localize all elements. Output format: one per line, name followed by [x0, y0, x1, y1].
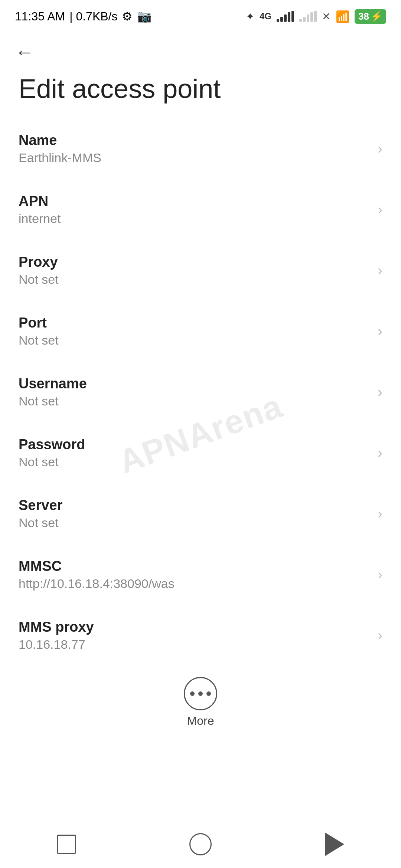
speed-display: | 0.7KB/s [69, 10, 117, 23]
signal-bars-1 [277, 11, 294, 22]
settings-item-mmsc[interactable]: MMSC http://10.16.18.4:38090/was › [0, 544, 401, 605]
status-right: ✦ 4G ✕ 📶 38 ⚡ [246, 9, 386, 24]
status-bar: 11:35 AM | 0.7KB/s ⚙ 📷 ✦ 4G ✕ 📶 38 ⚡ [0, 0, 401, 30]
nav-back-button[interactable] [325, 832, 344, 856]
chevron-icon-proxy: › [378, 263, 382, 279]
item-value-port: Not set [19, 333, 370, 348]
signal-bars-2 [299, 11, 317, 22]
nav-bar [0, 820, 401, 868]
status-left: 11:35 AM | 0.7KB/s ⚙ 📷 [15, 9, 152, 23]
item-label-apn: APN [19, 193, 370, 209]
more-circle-icon [184, 677, 217, 710]
dot-2 [198, 691, 203, 696]
item-value-name: Earthlink-MMS [19, 151, 370, 165]
nav-home-button[interactable] [189, 833, 212, 855]
item-label-password: Password [19, 437, 370, 453]
signal-4g-icon: 4G [260, 11, 271, 22]
chevron-icon-mms-proxy: › [378, 628, 382, 644]
battery-indicator: 38 ⚡ [355, 9, 386, 24]
chevron-icon-username: › [378, 384, 382, 400]
chevron-icon-mmsc: › [378, 567, 382, 583]
item-value-apn: internet [19, 211, 370, 226]
bluetooth-icon: ✦ [246, 10, 254, 23]
page-title: Edit access point [0, 67, 401, 118]
settings-item-mms-proxy[interactable]: MMS proxy 10.16.18.77 › [0, 605, 401, 666]
settings-list: Name Earthlink-MMS › APN internet › Prox… [0, 118, 401, 666]
more-section: More [0, 666, 401, 739]
chevron-icon-apn: › [378, 202, 382, 218]
more-dots-icon [190, 691, 211, 696]
settings-icon: ⚙ [122, 9, 133, 23]
more-button[interactable]: More [184, 677, 217, 728]
item-label-name: Name [19, 132, 370, 148]
no-signal-icon: ✕ [322, 10, 330, 23]
item-value-server: Not set [19, 516, 370, 530]
wifi-icon: 📶 [336, 10, 349, 23]
dot-1 [190, 691, 195, 696]
item-label-port: Port [19, 315, 370, 331]
item-value-password: Not set [19, 455, 370, 469]
settings-item-server[interactable]: Server Not set › [0, 483, 401, 544]
dot-3 [206, 691, 211, 696]
back-arrow-icon[interactable]: ← [15, 41, 34, 63]
back-button-container[interactable]: ← [0, 30, 401, 67]
settings-item-username[interactable]: Username Not set › [0, 362, 401, 423]
settings-item-apn[interactable]: APN internet › [0, 179, 401, 240]
settings-item-proxy[interactable]: Proxy Not set › [0, 240, 401, 301]
item-value-mms-proxy: 10.16.18.77 [19, 637, 370, 652]
chevron-icon-server: › [378, 506, 382, 522]
time-display: 11:35 AM [15, 10, 65, 23]
item-label-proxy: Proxy [19, 254, 370, 270]
item-value-proxy: Not set [19, 272, 370, 287]
item-label-mms-proxy: MMS proxy [19, 619, 370, 635]
item-label-mmsc: MMSC [19, 558, 370, 574]
battery-symbol: ⚡ [371, 11, 382, 22]
item-label-username: Username [19, 376, 370, 392]
settings-item-name[interactable]: Name Earthlink-MMS › [0, 118, 401, 179]
chevron-icon-password: › [378, 445, 382, 461]
item-label-server: Server [19, 497, 370, 513]
more-label: More [187, 714, 214, 728]
camera-icon: 📷 [137, 9, 152, 23]
chevron-icon-port: › [378, 323, 382, 339]
settings-item-port[interactable]: Port Not set › [0, 301, 401, 362]
item-value-username: Not set [19, 394, 370, 408]
battery-level: 38 [358, 11, 369, 22]
chevron-icon-name: › [378, 141, 382, 157]
item-value-mmsc: http://10.16.18.4:38090/was [19, 576, 370, 591]
settings-item-password[interactable]: Password Not set › [0, 423, 401, 483]
nav-recents-button[interactable] [57, 835, 76, 854]
